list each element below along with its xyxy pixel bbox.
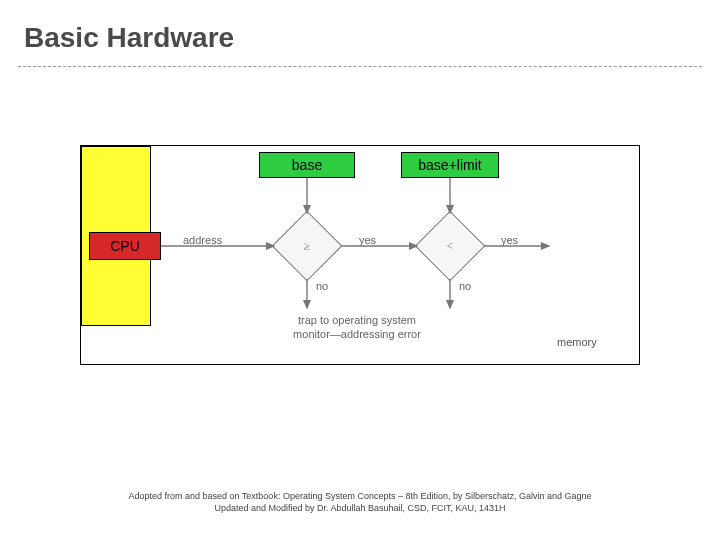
compare-lt-op: < [447, 239, 454, 254]
trap-line-2: monitor—addressing error [293, 328, 421, 340]
compare-ge-diamond: ≥ [272, 211, 343, 282]
address-label: address [183, 234, 222, 246]
page-title: Basic Hardware [24, 22, 234, 54]
memory-label: memory [557, 336, 597, 348]
footer-attribution: Adopted from and based on Textbook: Oper… [0, 490, 720, 514]
hardware-diagram: CPU base base+limit memory ≥ < address y… [80, 145, 640, 365]
compare-lt-diamond: < [415, 211, 486, 282]
yes-label-1: yes [359, 234, 376, 246]
footer-line-2: Updated and Modified by Dr. Abdullah Bas… [214, 503, 505, 513]
trap-text: trap to operating system monitor—address… [257, 314, 457, 342]
cpu-box: CPU [89, 232, 161, 260]
base-register-box: base [259, 152, 355, 178]
compare-ge-op: ≥ [304, 239, 311, 254]
footer-line-1: Adopted from and based on Textbook: Oper… [128, 491, 591, 501]
limit-register-box: base+limit [401, 152, 499, 178]
yes-label-2: yes [501, 234, 518, 246]
no-label-2: no [459, 280, 471, 292]
no-label-1: no [316, 280, 328, 292]
trap-line-1: trap to operating system [298, 314, 416, 326]
divider [18, 66, 702, 67]
